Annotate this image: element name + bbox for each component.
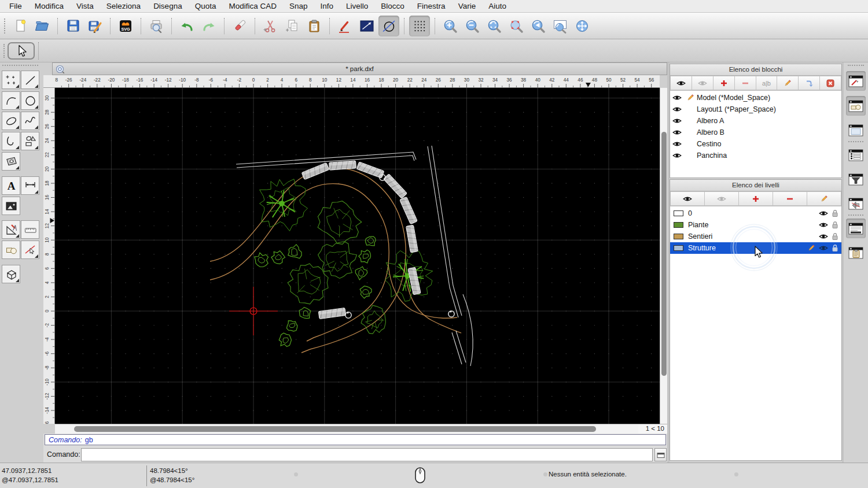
menu-info[interactable]: Info [314, 0, 340, 12]
block-pencil-button[interactable] [777, 76, 799, 90]
layer-row[interactable]: Strutture [670, 242, 841, 254]
layer-pencil-button[interactable] [807, 191, 841, 206]
image-tool-button[interactable] [2, 197, 20, 215]
block-minus-soft-button[interactable] [735, 76, 756, 90]
document-title-bar[interactable]: * park.dxf [52, 62, 667, 75]
line-tool-button[interactable] [21, 71, 39, 89]
toolbar-drag-handle[interactable] [4, 19, 6, 34]
redo-button[interactable] [198, 16, 219, 36]
zoom-window-button[interactable] [550, 16, 571, 36]
eraser-button[interactable] [229, 16, 250, 36]
save-as-button[interactable] [84, 16, 105, 36]
block-insert-block-button[interactable] [799, 76, 820, 90]
draw-pencil-button[interactable] [334, 16, 355, 36]
new-file-button[interactable] [10, 16, 31, 36]
horizontal-scrollbar[interactable] [55, 424, 638, 434]
paste-button[interactable] [304, 16, 325, 36]
block-row[interactable]: Layout1 (*Paper_Space) [670, 103, 841, 115]
layer-row[interactable]: Sentieri [670, 231, 841, 242]
command-history[interactable]: Comando: gb [45, 434, 666, 445]
command-input[interactable] [81, 448, 653, 461]
menu-modifica[interactable]: Modifica [28, 0, 70, 12]
measure-tool-button[interactable] [21, 220, 39, 239]
menu-snap[interactable]: Snap [283, 0, 314, 12]
dock-clipboard-button[interactable] [846, 243, 866, 263]
dock-drag-handle[interactable] [848, 65, 864, 66]
copy-button[interactable] [282, 16, 303, 36]
block-remove-x-button[interactable] [820, 76, 841, 90]
dock-blocks-button[interactable] [846, 96, 866, 116]
drawing-canvas[interactable] [55, 88, 660, 424]
dock-filter-button[interactable] [846, 169, 866, 189]
zoom-in-button[interactable] [440, 16, 461, 36]
block-tool-button[interactable] [2, 241, 20, 259]
circle-tool-button[interactable] [21, 91, 39, 110]
vertical-scrollbar-thumb[interactable] [661, 132, 667, 376]
menu-file[interactable]: File [3, 0, 28, 12]
menu-aiuto[interactable]: Aiuto [482, 0, 513, 12]
dimension-tool-button[interactable] [21, 176, 39, 195]
undo-button[interactable] [176, 16, 197, 36]
toolbar-drag-handle[interactable] [3, 44, 5, 58]
arc-tool-button[interactable] [2, 91, 20, 110]
menu-seleziona[interactable]: Seleziona [100, 0, 147, 12]
palette-drag-handle[interactable] [2, 65, 38, 66]
open-file-button[interactable] [32, 16, 53, 36]
menu-finestra[interactable]: Finestra [411, 0, 452, 12]
save-button[interactable] [62, 16, 83, 36]
print-preview-button[interactable] [146, 16, 167, 36]
block-row[interactable]: Cestino [670, 138, 841, 150]
zoom-out-button[interactable] [462, 16, 483, 36]
block-row[interactable]: Panchina [670, 150, 841, 161]
block-eye-button[interactable] [670, 76, 692, 90]
block-row[interactable]: Albero B [670, 127, 841, 138]
block-eye-off-button[interactable] [692, 76, 713, 90]
point-tool-button[interactable] [2, 71, 20, 89]
text-tool-button[interactable]: A [2, 176, 20, 195]
svg-export-button[interactable]: SVG [115, 16, 136, 36]
command-options-button[interactable] [654, 448, 667, 461]
pan-button[interactable] [572, 16, 593, 36]
hatch-tool-button[interactable] [2, 152, 20, 171]
menu-modifica-cad[interactable]: Modifica CAD [222, 0, 283, 12]
horizontal-scrollbar-thumb[interactable] [74, 426, 596, 432]
grid-toggle-button[interactable] [409, 16, 430, 36]
vertical-scrollbar[interactable] [660, 88, 667, 424]
zoom-auto-button[interactable] [484, 16, 505, 36]
menu-vista[interactable]: Vista [70, 0, 100, 12]
menu-livello[interactable]: Livello [340, 0, 374, 12]
menu-varie[interactable]: Varie [452, 0, 483, 12]
zoom-select-button[interactable] [506, 16, 527, 36]
layer-row[interactable]: Piante [670, 219, 841, 231]
layer-minus-button[interactable] [773, 191, 807, 206]
dock-draft-button[interactable] [846, 71, 866, 91]
layer-eye-off-button[interactable] [705, 191, 739, 206]
spline-tool-button[interactable] [21, 112, 39, 130]
block-rename-button[interactable]: a|b [756, 76, 778, 90]
dock-library-button[interactable] [846, 145, 866, 165]
circle-line-button[interactable] [378, 16, 399, 36]
menu-disegna[interactable]: Disegna [147, 0, 189, 12]
zoom-previous-button[interactable] [528, 16, 549, 36]
line-arrow-button[interactable] [356, 16, 377, 36]
dock-command-button[interactable] [846, 219, 866, 238]
dock-preview-button[interactable] [846, 120, 866, 140]
selection-tool-button[interactable] [8, 42, 35, 60]
ellipse-tool-button[interactable] [2, 112, 20, 130]
layer-plus-button[interactable] [739, 191, 773, 206]
block-row[interactable]: Albero A [670, 115, 841, 127]
polygon-tool-button[interactable] [21, 132, 39, 150]
modify-tool-button[interactable] [2, 220, 20, 239]
cut-button[interactable] [260, 16, 281, 36]
polyline-tool-button[interactable] [2, 132, 20, 150]
menu-quota[interactable]: Quota [189, 0, 223, 12]
dock-output-button[interactable] [846, 194, 866, 213]
layer-panel-title: Elenco dei livelli [670, 182, 841, 188]
menu-blocco[interactable]: Blocco [374, 0, 411, 12]
block-plus-button[interactable] [713, 76, 735, 90]
layer-row[interactable]: 0 [670, 208, 841, 219]
solid-tool-button[interactable] [2, 265, 20, 283]
deselect-tool-button[interactable] [21, 241, 39, 259]
layer-eye-button[interactable] [670, 191, 705, 206]
block-row[interactable]: Model (*Model_Space) [670, 92, 841, 103]
